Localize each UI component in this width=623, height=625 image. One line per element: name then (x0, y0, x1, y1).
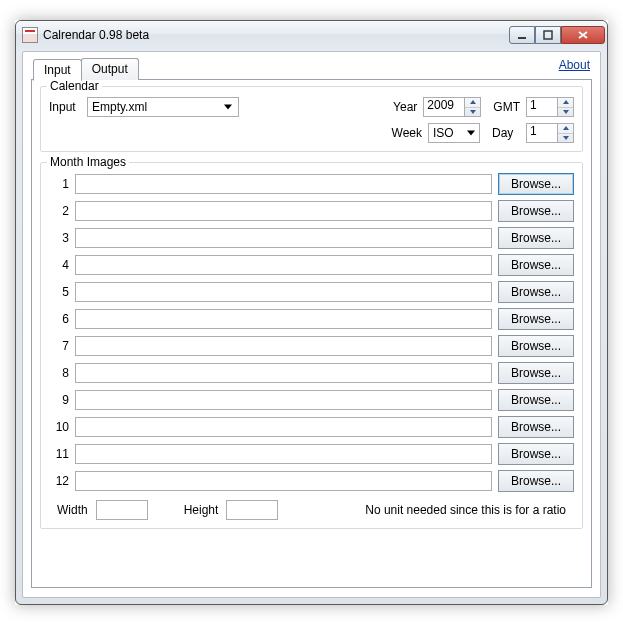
gmt-input[interactable]: 1 (526, 97, 558, 117)
spin-up-icon[interactable] (465, 98, 480, 108)
width-input[interactable] (96, 500, 148, 520)
month-row: 4Browse... (49, 254, 574, 276)
tab-output[interactable]: Output (81, 58, 139, 80)
spin-down-icon[interactable] (465, 108, 480, 117)
month-number: 11 (49, 447, 69, 461)
month-row: 1Browse... (49, 173, 574, 195)
month-number: 9 (49, 393, 69, 407)
browse-button[interactable]: Browse... (498, 389, 574, 411)
month-row: 3Browse... (49, 227, 574, 249)
height-input[interactable] (226, 500, 278, 520)
month-row: 12Browse... (49, 470, 574, 492)
browse-button[interactable]: Browse... (498, 362, 574, 384)
week-combo[interactable]: ISO (428, 123, 480, 143)
titlebar[interactable]: Calrendar 0.98 beta (16, 21, 607, 49)
close-button[interactable] (561, 26, 605, 44)
input-label: Input (49, 100, 81, 114)
dropdown-arrow-icon (224, 105, 232, 110)
spin-up-icon[interactable] (558, 98, 573, 108)
gmt-spinner[interactable] (558, 97, 574, 117)
spin-up-icon[interactable] (558, 124, 573, 134)
month-image-input[interactable] (75, 417, 492, 437)
month-images-title: Month Images (47, 155, 129, 169)
svg-rect-0 (518, 37, 526, 39)
browse-button[interactable]: Browse... (498, 173, 574, 195)
month-row: 5Browse... (49, 281, 574, 303)
month-image-input[interactable] (75, 363, 492, 383)
month-number: 2 (49, 204, 69, 218)
month-image-input[interactable] (75, 201, 492, 221)
month-row: 8Browse... (49, 362, 574, 384)
tabpanel-input: Calendar Input Empty.xml Year 2009 (31, 79, 592, 588)
month-image-input[interactable] (75, 336, 492, 356)
month-number: 3 (49, 231, 69, 245)
browse-button[interactable]: Browse... (498, 308, 574, 330)
spin-down-icon[interactable] (558, 134, 573, 143)
browse-button[interactable]: Browse... (498, 443, 574, 465)
month-image-input[interactable] (75, 255, 492, 275)
month-number: 5 (49, 285, 69, 299)
month-number: 1 (49, 177, 69, 191)
year-label: Year (393, 100, 417, 114)
input-file-combo[interactable]: Empty.xml (87, 97, 239, 117)
month-image-input[interactable] (75, 174, 492, 194)
month-image-input[interactable] (75, 471, 492, 491)
month-number: 4 (49, 258, 69, 272)
browse-button[interactable]: Browse... (498, 470, 574, 492)
browse-button[interactable]: Browse... (498, 416, 574, 438)
month-image-input[interactable] (75, 309, 492, 329)
week-label: Week (392, 126, 422, 140)
height-label: Height (184, 503, 219, 517)
client-area: About Input Output Calendar Input Empty.… (22, 51, 601, 598)
svg-rect-1 (544, 31, 552, 39)
day-input[interactable]: 1 (526, 123, 558, 143)
month-row: 2Browse... (49, 200, 574, 222)
browse-button[interactable]: Browse... (498, 335, 574, 357)
month-image-input[interactable] (75, 390, 492, 410)
month-image-input[interactable] (75, 228, 492, 248)
width-label: Width (57, 503, 88, 517)
spin-down-icon[interactable] (558, 108, 573, 117)
day-label: Day (492, 126, 520, 140)
month-number: 8 (49, 366, 69, 380)
browse-button[interactable]: Browse... (498, 281, 574, 303)
month-row: 11Browse... (49, 443, 574, 465)
day-spinner[interactable] (558, 123, 574, 143)
month-image-input[interactable] (75, 444, 492, 464)
year-spinner[interactable] (465, 97, 481, 117)
browse-button[interactable]: Browse... (498, 200, 574, 222)
ratio-note: No unit needed since this is for a ratio (365, 503, 566, 517)
year-input[interactable]: 2009 (423, 97, 465, 117)
tabstrip: Input Output (33, 58, 592, 80)
gmt-label: GMT (493, 100, 520, 114)
month-row: 10Browse... (49, 416, 574, 438)
month-number: 6 (49, 312, 69, 326)
month-row: 9Browse... (49, 389, 574, 411)
window-title: Calrendar 0.98 beta (43, 28, 149, 42)
calendar-group: Calendar Input Empty.xml Year 2009 (40, 86, 583, 152)
app-icon (22, 27, 38, 43)
minimize-button[interactable] (509, 26, 535, 44)
month-number: 10 (49, 420, 69, 434)
month-row: 7Browse... (49, 335, 574, 357)
tab-input[interactable]: Input (33, 59, 82, 81)
maximize-button[interactable] (535, 26, 561, 44)
month-row: 6Browse... (49, 308, 574, 330)
month-number: 7 (49, 339, 69, 353)
month-number: 12 (49, 474, 69, 488)
browse-button[interactable]: Browse... (498, 227, 574, 249)
dropdown-arrow-icon (467, 131, 475, 136)
input-file-value: Empty.xml (92, 100, 147, 114)
browse-button[interactable]: Browse... (498, 254, 574, 276)
month-image-input[interactable] (75, 282, 492, 302)
app-window: Calrendar 0.98 beta About Input Output C… (15, 20, 608, 605)
month-images-group: Month Images 1Browse...2Browse...3Browse… (40, 162, 583, 529)
calendar-group-title: Calendar (47, 79, 102, 93)
